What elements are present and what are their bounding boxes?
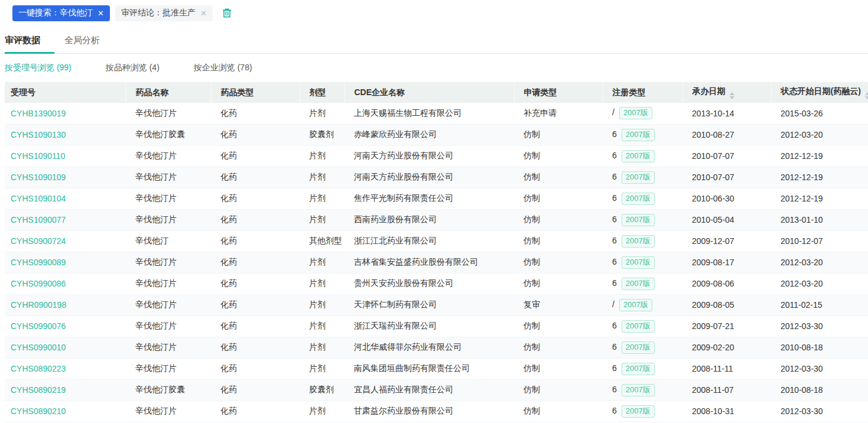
tab-review-data[interactable]: 审评数据	[5, 30, 40, 53]
cell-dosage-form: 片剂	[300, 294, 344, 315]
cell-cde-company: 宜昌人福药业有限责任公司	[344, 379, 514, 401]
registration-edition-badge: 2007版	[622, 363, 655, 375]
acceptance-no-link[interactable]: CYHR0900198	[11, 300, 66, 310]
table-row: CYHS0990086 辛伐他汀片 化药 片剂 贵州天安药业股份有限公司 仿制 …	[5, 273, 868, 294]
cell-cde-company: 天津怀仁制药有限公司	[344, 294, 514, 315]
registration-edition-badge: 2007版	[622, 150, 655, 162]
acceptance-no-link[interactable]: CYHS0900724	[11, 236, 66, 246]
cell-dosage-form: 胶囊剂	[300, 124, 344, 145]
acceptance-no-link[interactable]: CYHS0990010	[11, 343, 66, 352]
cell-undertake-date: 2010-06-30	[682, 188, 771, 209]
registration-class-value: 6	[612, 172, 617, 181]
cell-undertake-date: 2008-11-11	[682, 358, 771, 379]
cell-acceptance-no: CYHS0990089	[5, 252, 126, 273]
caret-up-icon	[865, 92, 868, 95]
quick-search-chip[interactable]: 一键搜索：辛伐他汀 ✕	[12, 5, 110, 21]
cell-registration-type: 62007版	[603, 401, 682, 422]
clear-filters-button[interactable]	[221, 7, 233, 19]
quick-search-chip-label: 一键搜索：辛伐他汀	[18, 8, 93, 18]
registration-edition-badge: 2007版	[622, 278, 655, 290]
acceptance-no-link[interactable]: CYHS1090109	[11, 173, 66, 182]
cell-application-type: 仿制	[514, 337, 603, 358]
acceptance-no-link[interactable]: CYHS0990086	[11, 279, 66, 288]
table-row: CYHR0900198 辛伐他汀片 化药 片剂 天津怀仁制药有限公司 复审 /2…	[5, 294, 868, 315]
registration-class-value: 6	[612, 342, 617, 352]
acceptance-no-link[interactable]: CYHS1090077	[11, 215, 66, 224]
cell-dosage-form: 片剂	[300, 145, 344, 167]
cell-dosage-form: 胶囊剂	[300, 379, 344, 401]
registration-edition-badge: 2007版	[622, 129, 655, 141]
cell-drug-name: 辛伐他汀胶囊	[126, 124, 211, 145]
cell-status-start-date: 2010-08-18	[771, 337, 868, 358]
cell-undertake-date: 2010-07-07	[682, 145, 771, 167]
table-row: CYHS0890219 辛伐他汀胶囊 化药 胶囊剂 宜昌人福药业有限责任公司 仿…	[5, 379, 868, 401]
table-row: CYHS1090077 辛伐他汀片 化药 片剂 西南药业股份有限公司 仿制 62…	[5, 209, 868, 230]
cell-dosage-form: 片剂	[300, 273, 344, 294]
cell-drug-name: 辛伐他汀片	[126, 188, 211, 209]
cell-cde-company: 甘肃益尔药业股份有限公司	[344, 401, 514, 422]
cell-status-start-date: 2010-08-18	[771, 379, 868, 401]
cell-cde-company: 贵州天安药业股份有限公司	[344, 273, 514, 294]
cell-drug-name: 辛伐他汀片	[126, 209, 211, 230]
cell-status-start-date: 2010-12-07	[771, 230, 868, 252]
cell-application-type: 仿制	[514, 188, 603, 209]
col-header-cde-company-label: CDE企业名称	[355, 87, 405, 97]
cell-registration-type: 62007版	[603, 145, 682, 167]
registration-edition-badge: 2007版	[622, 256, 655, 269]
acceptance-no-link[interactable]: CYHS0890219	[11, 385, 66, 395]
acceptance-no-link[interactable]: CYHS1090110	[11, 151, 65, 161]
cell-registration-type: /2007版	[603, 294, 682, 315]
acceptance-no-link[interactable]: CYHS0890210	[11, 406, 66, 416]
cell-drug-type: 化药	[211, 230, 300, 252]
tab-global-analysis[interactable]: 全局分析	[64, 30, 100, 53]
cell-cde-company: 河北华威得菲尔药业有限公司	[344, 337, 514, 358]
review-result-chip-close-icon[interactable]: ✕	[200, 9, 207, 18]
acceptance-no-link[interactable]: CYHS1090130	[11, 130, 66, 139]
cell-acceptance-no: CYHR0900198	[5, 294, 126, 315]
acceptance-no-link[interactable]: CYHS0990076	[11, 321, 66, 331]
col-header-cde-company: CDE企业名称	[344, 82, 514, 103]
cell-cde-company: 西南药业股份有限公司	[344, 209, 514, 230]
registration-class-value: /	[612, 300, 615, 309]
cell-registration-type: /2007版	[603, 103, 682, 124]
cell-application-type: 复审	[514, 294, 603, 315]
cell-undertake-date: 2013-10-14	[682, 103, 771, 124]
cell-drug-type: 化药	[211, 294, 300, 315]
cell-acceptance-no: CYHS0990076	[5, 315, 126, 337]
cell-application-type: 仿制	[514, 167, 603, 188]
table-row: CYHS0990089 辛伐他汀片 化药 片剂 吉林省集安益盛药业股份有限公司 …	[5, 252, 868, 273]
registration-class-value: 6	[612, 129, 617, 139]
cell-status-start-date: 2012-12-19	[771, 167, 868, 188]
cell-drug-name: 辛伐他汀片	[126, 252, 211, 273]
cell-application-type: 仿制	[514, 401, 603, 422]
subtab-by-company[interactable]: 按企业浏览 (78)	[194, 63, 252, 73]
subtab-by-acceptance-no[interactable]: 按受理号浏览 (99)	[5, 63, 71, 73]
cell-undertake-date: 2010-05-04	[682, 209, 771, 230]
cell-acceptance-no: CYHS1090109	[5, 167, 126, 188]
cell-acceptance-no: CYHS0890223	[5, 358, 126, 379]
sort-icon-status-start-date[interactable]	[865, 92, 868, 99]
acceptance-no-link[interactable]: CYHB1390019	[11, 109, 66, 118]
registration-edition-badge: 2007版	[622, 235, 655, 248]
cell-application-type: 仿制	[514, 209, 603, 230]
cell-registration-type: 62007版	[603, 337, 682, 358]
sort-icon-undertake-date[interactable]	[730, 92, 734, 99]
cell-cde-company: 浙江江北药业有限公司	[344, 230, 514, 252]
cell-status-start-date: 2015-03-26	[771, 103, 868, 124]
acceptance-no-link[interactable]: CYHS0890223	[11, 364, 66, 373]
table-row: CYHS0890210 辛伐他汀片 化药 片剂 甘肃益尔药业股份有限公司 仿制 …	[5, 401, 868, 422]
acceptance-no-link[interactable]: CYHS1090104	[11, 194, 66, 203]
subtab-by-variety[interactable]: 按品种浏览 (4)	[106, 63, 160, 73]
cell-cde-company: 焦作平光制药有限责任公司	[344, 188, 514, 209]
cell-drug-name: 辛伐他汀片	[126, 401, 211, 422]
cell-drug-type: 化药	[211, 124, 300, 145]
cell-undertake-date: 2009-08-17	[682, 252, 771, 273]
cell-dosage-form: 片剂	[300, 167, 344, 188]
cell-status-start-date: 2012-03-30	[771, 358, 868, 379]
quick-search-chip-close-icon[interactable]: ✕	[97, 9, 104, 18]
registration-edition-badge: 2007版	[622, 320, 655, 333]
cell-acceptance-no: CYHS1090104	[5, 188, 126, 209]
registration-class-value: 6	[612, 385, 617, 394]
acceptance-no-link[interactable]: CYHS0990089	[11, 258, 66, 267]
review-result-chip[interactable]: 审评结论：批准生产 ✕	[115, 5, 213, 21]
